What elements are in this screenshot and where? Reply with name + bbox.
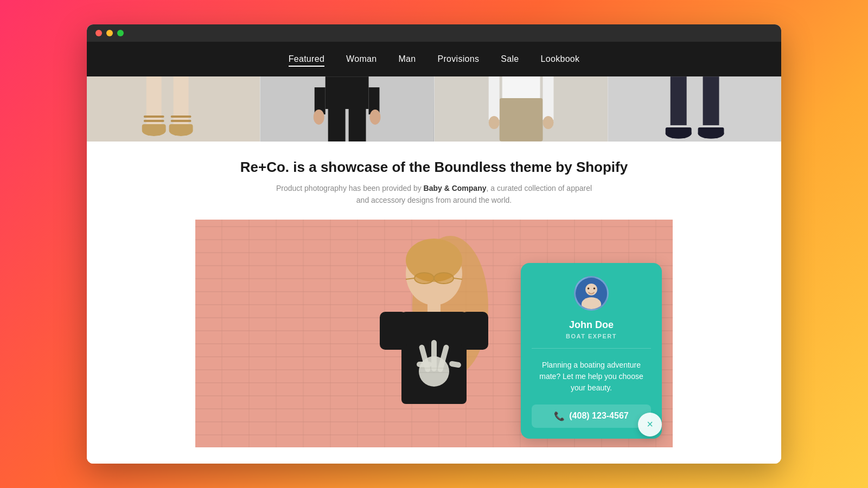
svg-rect-49: [417, 362, 432, 367]
text-section: Re+Co. is a showcase of the Boundless th…: [87, 142, 781, 220]
chat-role: BOAT EXPERT: [532, 333, 651, 339]
subtitle-before: Product photography has been provided by: [276, 184, 424, 192]
girl-figure: [347, 220, 521, 447]
svg-rect-20: [502, 76, 540, 98]
svg-rect-22: [488, 76, 499, 120]
browser-chrome: [87, 24, 781, 42]
chat-phone[interactable]: 📞 (408) 123-4567: [532, 404, 651, 428]
svg-rect-17: [328, 109, 346, 142]
chat-message: Planning a boating adventure mate? Let m…: [532, 359, 651, 394]
phone-number: (408) 123-4567: [569, 411, 628, 421]
hero-img-black-outfit: [260, 76, 433, 142]
chat-name: John Doe: [532, 319, 651, 331]
svg-point-25: [542, 116, 553, 129]
chat-widget-content: John Doe BOAT EXPERT Planning a boating …: [521, 263, 662, 439]
svg-rect-5: [144, 120, 164, 122]
hero-strip: [87, 76, 781, 142]
nav-link-man[interactable]: Man: [398, 54, 416, 66]
browser-content: Featured Woman Man Provisions Sale Lookb…: [87, 42, 781, 464]
svg-point-36: [414, 273, 434, 284]
subtitle-brand: Baby & Company: [424, 184, 487, 192]
close-button[interactable]: ×: [638, 413, 662, 436]
hero-img-dress-shoes: [608, 76, 781, 142]
svg-rect-47: [431, 340, 437, 371]
svg-point-35: [406, 239, 462, 282]
traffic-light-green[interactable]: [117, 30, 124, 36]
traffic-light-yellow[interactable]: [106, 30, 113, 36]
chat-divider: [532, 348, 651, 349]
nav-item-featured[interactable]: Featured: [289, 54, 324, 64]
nav-items: Featured Woman Man Provisions Sale Lookb…: [289, 54, 580, 64]
main-subtitle: Product photography has been provided by…: [271, 182, 597, 207]
svg-point-55: [582, 297, 601, 311]
nav-bar: Featured Woman Man Provisions Sale Lookb…: [87, 42, 781, 76]
svg-rect-30: [666, 127, 692, 135]
phone-icon: 📞: [554, 411, 565, 421]
svg-rect-6: [144, 115, 164, 118]
page-title: Re+Co. is a showcase of the Boundless th…: [108, 159, 760, 176]
svg-rect-23: [542, 76, 553, 120]
svg-rect-18: [349, 109, 366, 142]
nav-item-man[interactable]: Man: [398, 54, 416, 64]
nav-item-sale[interactable]: Sale: [501, 54, 519, 64]
nav-item-provisions[interactable]: Provisions: [437, 54, 479, 64]
svg-rect-9: [171, 120, 192, 122]
nav-item-lookbook[interactable]: Lookbook: [541, 54, 580, 64]
main-content: Re+Co. is a showcase of the Boundless th…: [87, 142, 781, 464]
svg-rect-12: [326, 76, 369, 109]
svg-point-24: [488, 116, 499, 129]
hero-img-khaki-outfit: [434, 76, 608, 142]
browser-window: Featured Woman Man Provisions Sale Lookb…: [87, 24, 781, 464]
svg-point-56: [588, 287, 590, 290]
nav-link-sale[interactable]: Sale: [501, 54, 519, 66]
traffic-light-red[interactable]: [95, 30, 102, 36]
avatar: [574, 276, 609, 311]
svg-rect-32: [698, 127, 724, 135]
nav-item-woman[interactable]: Woman: [346, 54, 376, 64]
svg-point-16: [370, 110, 381, 125]
chat-widget: John Doe BOAT EXPERT Planning a boating …: [521, 263, 662, 439]
svg-rect-10: [171, 115, 192, 118]
svg-rect-28: [703, 76, 719, 125]
hero-img-shoes: [87, 76, 260, 142]
svg-rect-44: [461, 312, 488, 350]
svg-rect-4: [142, 124, 166, 132]
nav-link-woman[interactable]: Woman: [346, 54, 376, 66]
close-icon: ×: [647, 418, 653, 431]
svg-rect-26: [608, 76, 781, 142]
svg-rect-2: [174, 76, 189, 125]
feature-image-container: John Doe BOAT EXPERT Planning a boating …: [195, 220, 673, 447]
nav-link-provisions[interactable]: Provisions: [437, 54, 479, 66]
svg-point-57: [593, 287, 596, 290]
svg-rect-27: [670, 76, 686, 125]
nav-link-featured[interactable]: Featured: [289, 54, 324, 67]
svg-point-37: [434, 273, 454, 284]
svg-point-15: [314, 110, 324, 125]
nav-link-lookbook[interactable]: Lookbook: [541, 54, 580, 66]
svg-rect-8: [169, 124, 193, 132]
svg-rect-1: [146, 76, 162, 125]
svg-rect-43: [380, 312, 407, 350]
svg-rect-21: [499, 98, 542, 142]
